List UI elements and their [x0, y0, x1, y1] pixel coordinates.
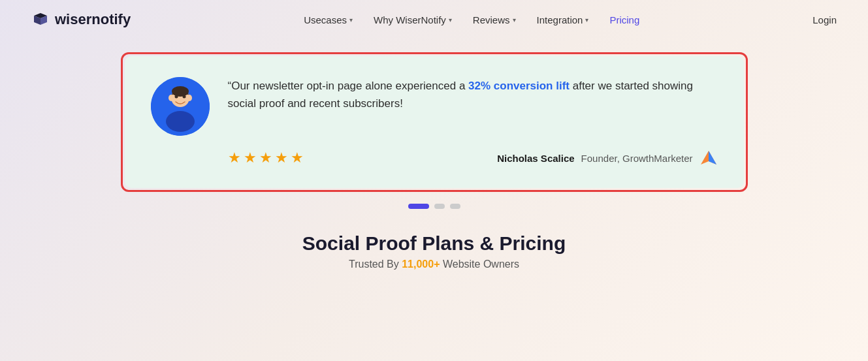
chevron-down-icon: ▾: [349, 16, 353, 24]
svg-point-5: [187, 95, 192, 101]
main-content: “Our newsletter opt-in page alone experi…: [0, 39, 868, 270]
testimonial-top: “Our newsletter opt-in page alone experi…: [151, 77, 718, 136]
chevron-down-icon: ▾: [449, 16, 452, 24]
nav-links: Usecases ▾ Why WiserNotify ▾ Reviews ▾ I…: [304, 14, 639, 25]
logo-icon: [31, 10, 50, 29]
reviewer-name: Nicholas Scalice: [497, 153, 574, 164]
avatar-image: [151, 77, 210, 136]
nav-usecases[interactable]: Usecases ▾: [304, 14, 353, 25]
svg-point-6: [174, 95, 178, 99]
growthmarketer-icon: [699, 149, 718, 167]
navbar: wisernotify Usecases ▾ Why WiserNotify ▾…: [0, 0, 868, 39]
pricing-section: Social Proof Plans & Pricing Trusted By …: [302, 232, 566, 270]
carousel-dots: [408, 204, 460, 209]
svg-point-2: [166, 111, 195, 132]
logo[interactable]: wisernotify: [31, 10, 131, 29]
star-rating: ★ ★ ★ ★ ★: [228, 149, 304, 166]
chevron-down-icon: ▾: [513, 16, 516, 24]
dot-3[interactable]: [450, 204, 460, 209]
avatar: [151, 77, 210, 136]
pricing-subtitle: Trusted By 11,000+ Website Owners: [302, 259, 566, 270]
dot-1[interactable]: [408, 204, 429, 209]
nav-why-wisernotify[interactable]: Why WiserNotify ▾: [374, 14, 452, 25]
pricing-title: Social Proof Plans & Pricing: [302, 232, 566, 255]
reviewer-title: Founder, GrowthMarketer: [581, 153, 693, 164]
chevron-down-icon: ▾: [585, 16, 588, 24]
svg-point-7: [182, 95, 185, 99]
svg-point-4: [169, 95, 174, 101]
nav-integration[interactable]: Integration ▾: [537, 14, 589, 25]
logo-text: wisernotify: [55, 11, 131, 28]
testimonial-wrapper: “Our newsletter opt-in page alone experi…: [121, 52, 748, 192]
dot-2[interactable]: [434, 204, 445, 209]
nav-pricing[interactable]: Pricing: [609, 14, 639, 25]
testimonial-quote: “Our newsletter opt-in page alone experi…: [228, 77, 718, 112]
nav-reviews[interactable]: Reviews ▾: [473, 14, 516, 25]
reviewer-info: Nicholas Scalice Founder, GrowthMarketer: [497, 149, 717, 167]
login-button[interactable]: Login: [812, 14, 837, 25]
testimonial-card: “Our newsletter opt-in page alone experi…: [125, 56, 744, 188]
testimonial-bottom: ★ ★ ★ ★ ★ Nicholas Scalice Founder, Grow…: [151, 149, 718, 167]
